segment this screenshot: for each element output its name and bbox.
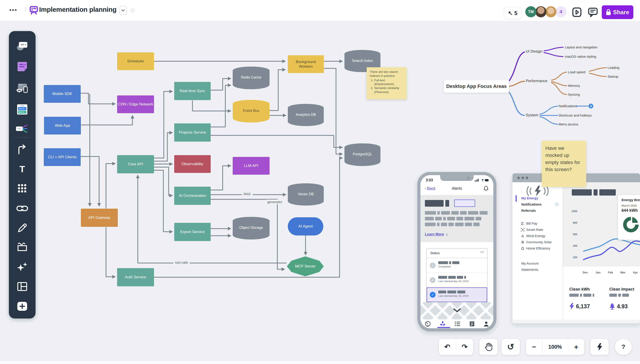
mindmap-node-memory[interactable]: Memory [568,84,580,88]
mindmap-node-menu-access[interactable]: Menu access [559,122,578,126]
nav-referrals[interactable]: Referrals [521,209,536,212]
ai-tool[interactable] [16,261,29,274]
phone-mockup[interactable]: 3:03 ‹Back Alerts Learn More› Status [417,172,496,331]
history-group: ↺ [502,339,520,355]
flow-node-cli-clients[interactable]: CLI + API Clients [44,148,81,166]
flow-node-web-app[interactable]: Web App [44,117,81,134]
title-dropdown-button[interactable] [120,6,127,15]
phone-notch [440,175,474,181]
mindmap-node-loading[interactable]: Loading [607,66,619,70]
apps-tool[interactable] [16,182,29,195]
flow-node-projects-service[interactable]: Projects Service [174,124,211,142]
avatar-overflow-count[interactable]: 4 [555,6,566,17]
comments-button[interactable] [587,7,598,18]
zoom-out-button[interactable]: − [526,339,542,355]
sticky-note-empty-states[interactable]: Have we mocked up empty states for this … [542,141,586,187]
flow-node-ai-agent[interactable]: AI Agent [288,217,323,236]
help-button[interactable]: ? [615,339,632,355]
add-more-tool[interactable] [16,300,29,312]
mindmap-node-syncing[interactable]: Syncing [568,92,580,96]
connector-tool[interactable] [16,144,29,156]
nav-home-efficiency[interactable]: Home Efficiency [526,246,550,250]
presence-count: 5 [514,10,517,16]
flow-node-export-service[interactable]: Export Service [174,223,211,241]
flow-node-vector-db[interactable]: Vector DB [288,183,324,206]
edge-label-rag: RAG [242,192,253,196]
flow-node-realtime-sync[interactable]: Real-time Sync [174,82,211,100]
avatar[interactable] [545,6,556,17]
status-card-title: Status [430,251,440,255]
nav-community-solar[interactable]: Community Solar [526,240,552,244]
undo-button[interactable]: ↶ [439,339,456,355]
flow-node-object-storage[interactable]: Object Storage [233,217,270,240]
nav-wind-energy[interactable]: Wind Energy [526,234,545,238]
notifications-count-badge[interactable]: 3 [588,104,593,108]
avatar[interactable]: TM [525,6,536,17]
mindmap-node-notifications[interactable]: Notifications [559,104,577,108]
presence-cursors-button[interactable]: ↖ 5 [504,7,521,19]
mindmap-node-layout-nav[interactable]: Layout and navigation [565,45,597,49]
hand-tool-button[interactable] [479,339,498,355]
flow-node-auth-service[interactable]: Auth Service [117,268,154,286]
mindmap-node-macos[interactable]: macOS native styling [565,54,596,58]
flow-node-observability[interactable]: Observability [174,155,211,173]
flow-node-analytics-db[interactable]: Analytics DB [288,104,324,126]
history-button[interactable]: ↺ [502,339,520,355]
nav-bill-pay[interactable]: Bill Pay [526,222,537,225]
home-efficiency-icon [521,246,524,250]
sticky-note-search-indexes[interactable]: There are two search indexes in practice… [367,67,407,99]
flow-node-ai-orchestration[interactable]: AI Orchestration [174,187,211,205]
flow-node-scheduler[interactable]: Scheduler [117,52,154,70]
mindmap-node-startup[interactable]: Startup [607,74,618,78]
status-row: ✓ Completed [427,258,487,273]
flow-node-mobile-sdk[interactable]: Mobile SDK [44,85,81,103]
zoom-in-button[interactable]: + [568,339,584,355]
zoom-level-button[interactable]: 100% [542,339,568,355]
undo-icon: ↶ [445,343,451,351]
flow-node-postgresql[interactable]: PostgreSQL [344,144,380,166]
list-tab-icon [455,321,461,326]
desktop-mockup[interactable]: My Energy Notifications Referrals Bill P… [512,173,640,324]
avatar[interactable] [535,6,546,17]
nav-smart-rate[interactable]: Smart Rate [526,228,543,232]
flow-node-redis-cache[interactable]: Redis Cache [233,66,270,89]
flow-node-event-bus[interactable]: Event Bus [233,100,270,122]
nav-notifications[interactable]: Notifications [521,202,542,206]
mindmap-node-load-speed[interactable]: Load speed [568,70,585,74]
cards-tool[interactable] [16,103,29,116]
frames-tool[interactable] [16,82,29,95]
nav-my-account[interactable]: My Account [521,262,539,265]
flow-node-core-api[interactable]: Core API [117,155,154,173]
mindmap-tool[interactable] [16,122,29,135]
nav-my-energy[interactable]: My Energy [521,196,538,200]
mindmap-node-performance[interactable]: Performance [526,79,547,83]
frame-tool[interactable] [16,241,29,253]
mindmap-node-shortcuts[interactable]: Shortcuts and hotkeys [559,114,591,117]
templates-tool[interactable] [16,40,29,52]
redo-button[interactable]: ↷ [456,339,473,355]
quick-actions-button[interactable] [590,339,609,355]
flow-node-llm-api[interactable]: LLM API [233,157,270,175]
cylinder-body [288,108,324,126]
mindmap-node-system[interactable]: System [526,113,538,118]
mindmap-root[interactable]: Desktop App Focus Areas [444,80,509,93]
bell-icon [484,186,488,191]
share-button[interactable]: Share [602,5,633,19]
sticky-note-tool[interactable] [16,60,29,73]
text-tool[interactable]: T [16,163,29,175]
flow-node-cdn[interactable]: CDN / Edge Network [117,96,154,113]
check-circle-icon: ✓ [430,277,436,283]
nav-statements[interactable]: Statements [521,268,538,272]
favorite-star-button[interactable]: ☆ [129,6,136,14]
link-tool[interactable] [16,202,29,215]
layout-tool[interactable] [16,280,29,293]
bolt-icon [569,303,574,310]
present-button[interactable] [572,7,582,18]
board-title[interactable]: Implementation planning [39,6,116,13]
pen-tool[interactable] [16,222,29,234]
mindmap-node-ui-design[interactable]: UI Design [526,49,542,54]
flow-node-api-gateway[interactable]: API Gateway [81,209,118,227]
bottom-edge-strip [0,361,640,364]
flow-node-background-workers[interactable]: Background Workers [288,55,324,73]
board-menu-button[interactable]: ••• [9,7,17,14]
